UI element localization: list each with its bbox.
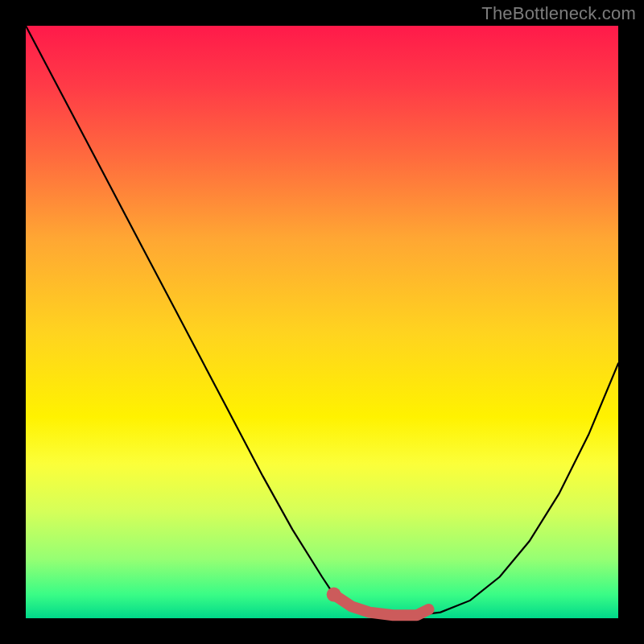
chart-frame: TheBottleneck.com xyxy=(0,0,644,644)
chart-svg xyxy=(26,26,618,618)
bottleneck-curve xyxy=(26,26,618,615)
highlight-start-dot xyxy=(327,588,341,602)
watermark-text: TheBottleneck.com xyxy=(481,3,636,24)
optimal-zone-highlight xyxy=(334,595,429,616)
